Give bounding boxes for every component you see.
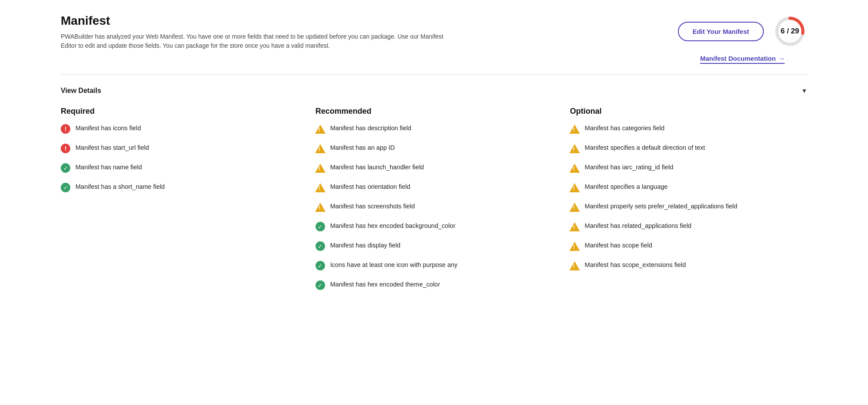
warning-icon [316,183,325,192]
list-item: ✓ Manifest has display field [316,241,553,251]
list-item: ✓ Icons have at least one icon with purp… [316,260,553,270]
item-label: Manifest has orientation field [330,182,411,191]
page-title: Manifest [61,14,678,28]
list-item: Manifest properly sets prefer_related_ap… [570,202,807,212]
page-description: PWABuilder has analyzed your Web Manifes… [61,32,451,50]
warning-icon [570,183,579,192]
required-title: Required [61,107,298,116]
warning-icon [316,144,325,153]
list-item: Manifest has categories field [570,124,807,134]
edit-manifest-button[interactable]: Edit Your Manifest [678,22,764,41]
item-label: Manifest specifies a language [585,182,667,191]
item-label: Manifest has launch_handler field [330,163,424,171]
header-section: Manifest PWABuilder has analyzed your We… [61,14,807,64]
item-label: Manifest has a short_name field [76,182,165,191]
warning-icon [570,124,579,134]
item-label: Manifest has related_applications field [585,221,691,230]
chevron-down-icon: ▼ [801,87,807,94]
item-label: Manifest has display field [330,241,401,250]
optional-column: Optional Manifest has categories field M… [570,107,807,300]
success-icon: ✓ [316,241,325,251]
item-label: Manifest has name field [76,163,142,171]
header-right: Edit Your Manifest 6 / 29 Manifest Docum… [678,14,807,64]
recommended-items-list: Manifest has description field Manifest … [316,124,553,290]
list-item: Manifest specifies a language [570,182,807,192]
error-icon: ! [61,144,70,153]
list-item: Manifest has description field [316,124,553,134]
item-label: Manifest specifies a default direction o… [585,143,705,152]
item-label: Manifest has categories field [585,124,664,132]
columns-section: Required ! Manifest has icons field ! Ma… [61,107,807,300]
page-container: Manifest PWABuilder has analyzed your We… [43,0,825,313]
list-item: Manifest has screenshots field [316,202,553,212]
item-label: Manifest has hex encoded background_colo… [330,221,456,230]
list-item: Manifest has an app ID [316,143,553,153]
warning-icon [570,222,579,231]
item-label: Manifest has iarc_rating_id field [585,163,673,171]
success-icon: ✓ [61,163,70,173]
item-label: Icons have at least one icon with purpos… [330,260,457,269]
success-icon: ✓ [316,261,325,270]
item-label: Manifest has start_url field [76,143,149,152]
item-label: Manifest has an app ID [330,143,395,152]
list-item: Manifest has related_applications field [570,221,807,231]
list-item: ✓ Manifest has hex encoded background_co… [316,221,553,231]
warning-icon [570,202,579,212]
manifest-doc-link[interactable]: Manifest Documentation → [700,55,785,64]
warning-icon [316,202,325,212]
item-label: Manifest has screenshots field [330,202,415,211]
list-item: Manifest has launch_handler field [316,163,553,173]
list-item: ! Manifest has start_url field [61,143,298,153]
success-icon: ✓ [316,280,325,290]
list-item: ✓ Manifest has a short_name field [61,182,298,192]
list-item: ✓ Manifest has name field [61,163,298,173]
list-item: Manifest has iarc_rating_id field [570,163,807,173]
list-item: Manifest has scope field [570,241,807,251]
required-column: Required ! Manifest has icons field ! Ma… [61,107,298,300]
optional-items-list: Manifest has categories field Manifest s… [570,124,807,270]
success-icon: ✓ [61,183,70,192]
warning-icon [316,163,325,173]
item-label: Manifest has icons field [76,124,141,132]
warning-icon [316,124,325,134]
list-item: ✓ Manifest has hex encoded theme_color [316,280,553,290]
list-item: Manifest has scope_extensions field [570,260,807,270]
error-icon: ! [61,124,70,134]
view-details-bar[interactable]: View Details ▼ [61,83,807,103]
item-label: Manifest has hex encoded theme_color [330,280,440,289]
success-icon: ✓ [316,222,325,231]
item-label: Manifest has scope field [585,241,652,250]
optional-title: Optional [570,107,807,116]
view-details-label: View Details [61,87,101,95]
warning-icon [570,241,579,251]
score-text: 6 / 29 [781,27,799,36]
score-circle: 6 / 29 [773,14,807,49]
warning-icon [570,163,579,173]
recommended-column: Recommended Manifest has description fie… [316,107,553,300]
recommended-title: Recommended [316,107,553,116]
item-label: Manifest has description field [330,124,411,132]
item-label: Manifest has scope_extensions field [585,260,686,269]
required-items-list: ! Manifest has icons field ! Manifest ha… [61,124,298,192]
header-divider [61,74,807,75]
list-item: Manifest specifies a default direction o… [570,143,807,153]
warning-icon [570,144,579,153]
list-item: Manifest has orientation field [316,182,553,192]
header-left: Manifest PWABuilder has analyzed your We… [61,14,678,50]
item-label: Manifest properly sets prefer_related_ap… [585,202,737,211]
list-item: ! Manifest has icons field [61,124,298,134]
warning-icon [570,261,579,270]
